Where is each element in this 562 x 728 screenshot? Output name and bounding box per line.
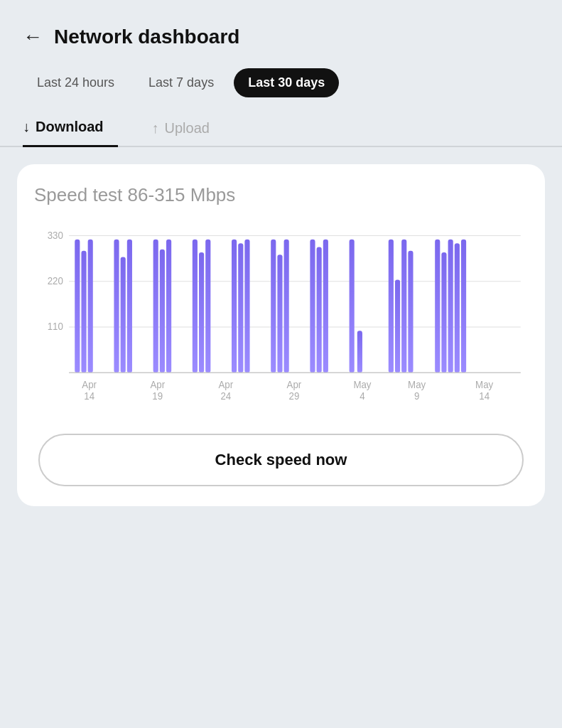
svg-rect-33 xyxy=(408,251,413,373)
svg-rect-37 xyxy=(455,243,460,373)
filter-30d[interactable]: Last 30 days xyxy=(234,68,339,97)
download-icon: ↓ xyxy=(23,119,30,135)
svg-rect-30 xyxy=(389,240,394,373)
svg-text:220: 220 xyxy=(48,276,64,287)
tab-download-label: Download xyxy=(36,119,104,135)
svg-rect-32 xyxy=(401,240,406,373)
speed-card: Speed test 86-315 Mbps 330 220 110 xyxy=(17,164,545,506)
check-speed-button[interactable]: Check speed now xyxy=(38,434,524,486)
svg-rect-20 xyxy=(238,243,243,373)
speed-chart: 330 220 110 xyxy=(34,220,528,434)
svg-rect-15 xyxy=(166,240,171,373)
svg-rect-26 xyxy=(317,247,322,373)
svg-text:Apr: Apr xyxy=(287,379,302,390)
svg-text:14: 14 xyxy=(84,391,94,402)
svg-rect-25 xyxy=(310,240,315,373)
filter-24h[interactable]: Last 24 hours xyxy=(23,68,129,97)
svg-rect-13 xyxy=(153,240,158,373)
svg-rect-10 xyxy=(114,240,119,373)
svg-rect-18 xyxy=(205,240,210,373)
svg-rect-7 xyxy=(75,240,80,373)
svg-rect-17 xyxy=(199,252,204,373)
svg-text:4: 4 xyxy=(360,391,365,402)
svg-rect-12 xyxy=(127,240,132,373)
tab-upload[interactable]: ↑ Upload xyxy=(152,110,224,146)
svg-text:May: May xyxy=(353,379,371,390)
svg-rect-36 xyxy=(448,240,453,373)
svg-text:330: 330 xyxy=(48,230,64,240)
svg-rect-27 xyxy=(323,240,328,373)
back-button[interactable]: ← xyxy=(23,27,43,47)
svg-text:29: 29 xyxy=(289,391,300,402)
chart-svg: 330 220 110 xyxy=(34,220,528,434)
svg-rect-23 xyxy=(277,255,282,373)
svg-text:110: 110 xyxy=(48,321,64,332)
page-wrapper: ← Network dashboard Last 24 hours Last 7… xyxy=(0,0,562,728)
tab-bar: ↓ Download ↑ Upload xyxy=(0,109,562,147)
svg-rect-38 xyxy=(461,240,466,373)
svg-rect-14 xyxy=(160,250,165,373)
svg-rect-34 xyxy=(435,240,440,373)
svg-rect-21 xyxy=(244,240,249,373)
svg-rect-19 xyxy=(232,240,237,373)
svg-text:Apr: Apr xyxy=(150,379,165,390)
svg-rect-24 xyxy=(284,240,289,373)
svg-rect-31 xyxy=(395,280,400,373)
time-filters: Last 24 hours Last 7 days Last 30 days xyxy=(0,63,562,109)
svg-text:19: 19 xyxy=(152,391,163,402)
svg-rect-8 xyxy=(81,251,86,373)
header: ← Network dashboard xyxy=(0,0,562,63)
svg-text:24: 24 xyxy=(220,391,231,402)
upload-icon: ↑ xyxy=(152,120,159,136)
svg-text:9: 9 xyxy=(414,391,419,402)
page-title: Network dashboard xyxy=(54,26,239,48)
filter-7d[interactable]: Last 7 days xyxy=(134,68,228,97)
svg-rect-35 xyxy=(441,252,446,373)
tab-download[interactable]: ↓ Download xyxy=(23,109,118,147)
svg-rect-16 xyxy=(193,240,198,373)
svg-rect-29 xyxy=(357,331,362,373)
svg-text:May: May xyxy=(475,379,493,390)
svg-text:Apr: Apr xyxy=(82,379,97,390)
svg-text:14: 14 xyxy=(479,391,490,402)
speed-test-title: Speed test 86-315 Mbps xyxy=(34,184,528,206)
svg-text:Apr: Apr xyxy=(218,379,233,390)
svg-rect-11 xyxy=(121,257,126,373)
svg-rect-22 xyxy=(271,240,276,373)
svg-rect-9 xyxy=(88,240,93,373)
svg-rect-28 xyxy=(350,240,355,373)
svg-text:May: May xyxy=(408,379,426,390)
tab-upload-label: Upload xyxy=(165,120,210,136)
